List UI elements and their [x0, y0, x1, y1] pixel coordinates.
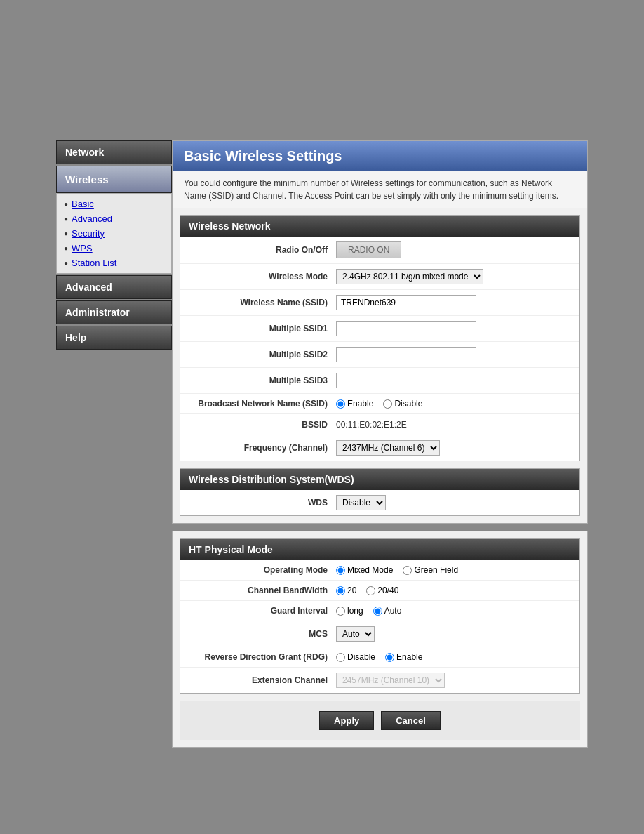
bssid-label: BSSID: [189, 420, 336, 430]
channel-bw-label: Channel BandWidth: [189, 585, 336, 595]
broadcast-disable-label[interactable]: Disable: [383, 399, 422, 409]
bssid-value: 00:11:E0:02:E1:2E: [336, 420, 407, 430]
broadcast-enable-label[interactable]: Enable: [336, 399, 373, 409]
guard-auto-label[interactable]: Auto: [373, 606, 402, 616]
wireless-name-input[interactable]: [336, 295, 476, 310]
wireless-mode-select[interactable]: 2.4GHz 802.11 b/g/n mixed mode 2.4GHz 80…: [336, 269, 483, 284]
sidebar-advanced-header[interactable]: Advanced: [56, 275, 172, 299]
multiple-ssid2-input[interactable]: [336, 347, 476, 362]
rdg-label: Reverse Direction Grant (RDG): [189, 652, 336, 662]
mcs-row: MCS Auto 0 1: [180, 621, 579, 647]
rdg-disable-text: Disable: [347, 652, 375, 662]
operating-mode-control: Mixed Mode Green Field: [336, 565, 571, 575]
sidebar-item-security[interactable]: ● Security: [57, 226, 171, 241]
multiple-ssid1-label: Multiple SSID1: [189, 324, 336, 333]
rdg-enable-label[interactable]: Enable: [385, 652, 422, 662]
ht-physical-body: Operating Mode Mixed Mode Gre: [180, 560, 579, 693]
wireless-name-control: [336, 295, 571, 310]
channel-bw-2040-radio[interactable]: [366, 586, 375, 595]
ht-physical-title: HT Physical Mode: [180, 539, 579, 560]
channel-bw-control: 20 20/40: [336, 585, 571, 595]
multiple-ssid1-input[interactable]: [336, 321, 476, 336]
rdg-enable-radio[interactable]: [385, 653, 394, 662]
wds-body: WDS Disable Enable: [180, 490, 579, 515]
broadcast-disable-radio[interactable]: [383, 399, 392, 409]
broadcast-label: Broadcast Network Name (SSID): [189, 399, 336, 409]
sidebar-wireless-header[interactable]: Wireless: [56, 166, 172, 193]
guard-long-label[interactable]: long: [336, 606, 363, 616]
apply-button[interactable]: Apply: [319, 711, 374, 730]
sidebar-help-header[interactable]: Help: [56, 326, 172, 350]
guard-interval-radio-group: long Auto: [336, 606, 571, 616]
multiple-ssid3-label: Multiple SSID3: [189, 376, 336, 385]
wireless-network-section: Wireless Network Radio On/Off RADIO ON W…: [180, 215, 580, 461]
sidebar-administrator-header[interactable]: Administrator: [56, 300, 172, 324]
guard-interval-row: Guard Interval long Auto: [180, 601, 579, 621]
frequency-select[interactable]: 2437MHz (Channel 6) 2412MHz (Channel 1) …: [336, 440, 440, 456]
sidebar-network-header[interactable]: Network: [56, 140, 172, 164]
bullet-basic: ●: [64, 200, 68, 208]
operating-mode-mixed-label[interactable]: Mixed Mode: [336, 565, 393, 575]
guard-long-text: long: [347, 606, 363, 616]
sidebar-item-basic[interactable]: ● Basic: [57, 197, 171, 211]
multiple-ssid2-row: Multiple SSID2: [180, 342, 579, 368]
extension-channel-row: Extension Channel 2457MHz (Channel 10) 2…: [180, 668, 579, 693]
content-header: Basic Wireless Settings: [173, 141, 587, 171]
channel-bw-20-label[interactable]: 20: [336, 585, 356, 595]
wds-title: Wireless Distribution System(WDS): [180, 469, 579, 490]
mcs-select[interactable]: Auto 0 1: [336, 626, 375, 642]
broadcast-enable-text: Enable: [347, 399, 373, 409]
operating-mode-row: Operating Mode Mixed Mode Gre: [180, 560, 579, 581]
broadcast-row: Broadcast Network Name (SSID) Enable: [180, 394, 579, 414]
wds-select[interactable]: Disable Enable: [336, 495, 386, 510]
operating-mode-green-radio[interactable]: [403, 566, 412, 575]
sidebar-wps-label: WPS: [72, 243, 93, 253]
content-description: You could configure the minimum number o…: [173, 171, 587, 208]
wds-row: WDS Disable Enable: [180, 490, 579, 515]
frequency-row: Frequency (Channel) 2437MHz (Channel 6) …: [180, 435, 579, 461]
ht-physical-section: HT Physical Mode Operating Mode Mixed Mo…: [180, 538, 580, 694]
sidebar-security-label: Security: [72, 228, 105, 239]
wireless-mode-row: Wireless Mode 2.4GHz 802.11 b/g/n mixed …: [180, 264, 579, 290]
mcs-control: Auto 0 1: [336, 626, 571, 642]
cancel-button[interactable]: Cancel: [381, 711, 441, 730]
rdg-disable-label[interactable]: Disable: [336, 652, 375, 662]
operating-mode-mixed-radio[interactable]: [336, 566, 345, 575]
bullet-advanced: ●: [64, 215, 68, 223]
rdg-control: Disable Enable: [336, 652, 571, 662]
guard-auto-radio[interactable]: [373, 607, 382, 616]
channel-bw-2040-label[interactable]: 20/40: [366, 585, 398, 595]
sidebar-advanced-label: Advanced: [72, 213, 112, 224]
multiple-ssid3-input[interactable]: [336, 373, 476, 388]
broadcast-radio-group: Enable Disable: [336, 399, 571, 409]
radio-on-off-label: Radio On/Off: [189, 245, 336, 255]
guard-long-radio[interactable]: [336, 607, 345, 616]
rdg-disable-radio[interactable]: [336, 653, 345, 662]
operating-mode-green-label[interactable]: Green Field: [403, 565, 458, 575]
content-area: Basic Wireless Settings You could config…: [172, 140, 588, 524]
sidebar-item-wps[interactable]: ● WPS: [57, 241, 171, 256]
radio-on-off-row: Radio On/Off RADIO ON: [180, 237, 579, 264]
extension-channel-select[interactable]: 2457MHz (Channel 10) 2437MHz (Channel 6): [336, 673, 445, 688]
mcs-label: MCS: [189, 629, 336, 639]
broadcast-enable-radio[interactable]: [336, 399, 345, 409]
wds-label: WDS: [189, 498, 336, 508]
sidebar-item-station-list[interactable]: ● Station List: [57, 256, 171, 270]
wds-control: Disable Enable: [336, 495, 571, 510]
multiple-ssid2-label: Multiple SSID2: [189, 350, 336, 359]
bullet-security: ●: [64, 230, 68, 237]
frequency-label: Frequency (Channel): [189, 443, 336, 453]
channel-bw-2040-text: 20/40: [377, 585, 398, 595]
radio-on-off-control: RADIO ON: [336, 241, 571, 258]
content-area-bottom: HT Physical Mode Operating Mode Mixed Mo…: [172, 531, 588, 748]
operating-mode-green-text: Green Field: [414, 565, 458, 575]
wireless-name-label: Wireless Name (SSID): [189, 298, 336, 307]
guard-auto-text: Auto: [384, 606, 402, 616]
operating-mode-radio-group: Mixed Mode Green Field: [336, 565, 571, 575]
rdg-radio-group: Disable Enable: [336, 652, 571, 662]
sidebar-item-advanced[interactable]: ● Advanced: [57, 211, 171, 226]
multiple-ssid1-row: Multiple SSID1: [180, 316, 579, 342]
wireless-network-body: Radio On/Off RADIO ON Wireless Mode 2.4G…: [180, 237, 579, 461]
bssid-control: 00:11:E0:02:E1:2E: [336, 419, 571, 430]
channel-bw-20-radio[interactable]: [336, 586, 345, 595]
